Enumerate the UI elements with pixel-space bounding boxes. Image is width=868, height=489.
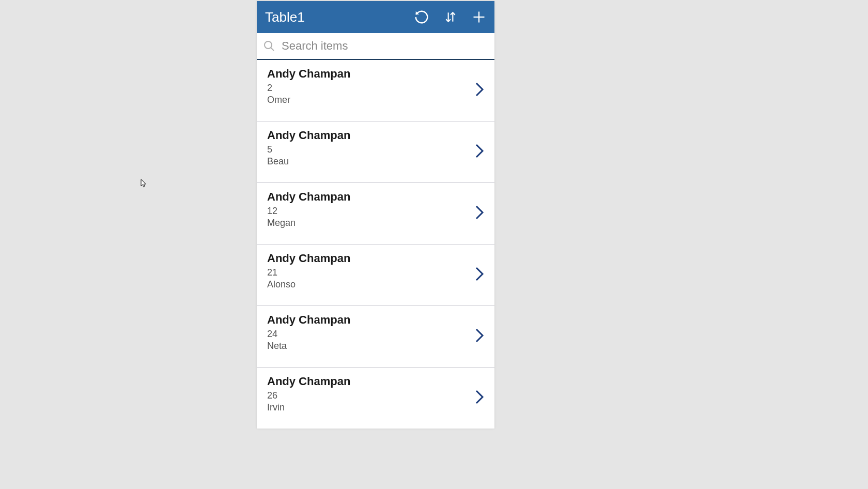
list-item[interactable]: Andy Champan12Megan (257, 183, 494, 244)
refresh-button[interactable] (414, 9, 429, 25)
svg-point-4 (265, 41, 272, 49)
list-item[interactable]: Andy Champan2Omer (257, 60, 494, 121)
search-icon (263, 40, 275, 52)
plus-icon (472, 10, 486, 24)
item-subtitle: Megan (267, 218, 484, 228)
mouse-cursor (141, 179, 148, 190)
list-item[interactable]: Andy Champan5Beau (257, 121, 494, 183)
sort-icon (444, 9, 457, 25)
item-subtitle: Beau (267, 156, 484, 167)
item-title: Andy Champan (267, 129, 484, 142)
search-bar (257, 33, 494, 60)
chevron-right-icon (475, 143, 484, 161)
item-number: 12 (267, 206, 484, 217)
item-number: 21 (267, 267, 484, 278)
item-subtitle: Neta (267, 341, 484, 352)
chevron-right-icon (475, 205, 484, 222)
item-title: Andy Champan (267, 313, 484, 327)
item-list: Andy Champan2OmerAndy Champan5BeauAndy C… (257, 60, 494, 429)
chevron-right-icon (475, 266, 484, 284)
item-title: Andy Champan (267, 67, 484, 81)
chevron-right-icon (475, 328, 484, 345)
item-number: 26 (267, 390, 484, 401)
header-actions (414, 9, 486, 25)
item-number: 2 (267, 83, 484, 94)
app-header: Table1 (257, 1, 494, 33)
chevron-right-icon (475, 82, 484, 99)
item-title: Andy Champan (267, 375, 484, 388)
svg-line-5 (271, 48, 274, 51)
refresh-icon (414, 9, 429, 25)
item-title: Andy Champan (267, 190, 484, 204)
sort-button[interactable] (444, 9, 457, 25)
chevron-right-icon (475, 389, 484, 407)
list-item[interactable]: Andy Champan24Neta (257, 306, 494, 368)
add-button[interactable] (472, 10, 486, 24)
header-title: Table1 (265, 9, 414, 25)
item-number: 24 (267, 329, 484, 340)
item-subtitle: Alonso (267, 279, 484, 290)
search-input[interactable] (282, 39, 488, 53)
list-item[interactable]: Andy Champan21Alonso (257, 244, 494, 306)
item-subtitle: Irvin (267, 402, 484, 413)
item-number: 5 (267, 144, 484, 155)
item-title: Andy Champan (267, 252, 484, 265)
list-item[interactable]: Andy Champan26Irvin (257, 368, 494, 429)
app-container: Table1 (257, 1, 494, 429)
item-subtitle: Omer (267, 95, 484, 105)
